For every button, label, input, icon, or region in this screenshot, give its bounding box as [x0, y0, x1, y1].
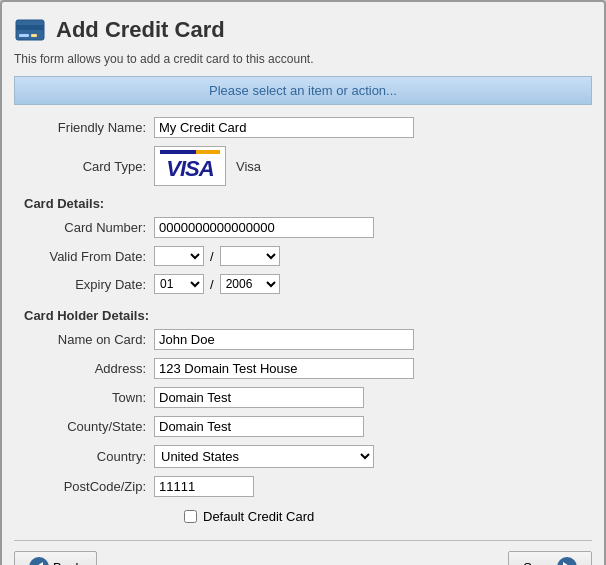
save-button[interactable]: Save — [508, 551, 592, 565]
county-row: County/State: — [24, 416, 582, 437]
valid-from-row: Valid From Date: 010203 040506 070809 10… — [24, 246, 582, 266]
main-window: Add Credit Card This form allows you to … — [0, 0, 606, 565]
county-input[interactable] — [154, 416, 364, 437]
card-type-row: Card Type: VISA Visa — [24, 146, 582, 186]
svg-rect-3 — [31, 34, 37, 37]
card-holder-header: Card Holder Details: — [24, 308, 582, 323]
friendly-name-label: Friendly Name: — [24, 120, 154, 135]
subtitle: This form allows you to add a credit car… — [14, 52, 592, 66]
back-icon — [29, 557, 49, 565]
address-input[interactable] — [154, 358, 414, 379]
status-bar: Please select an item or action... — [14, 76, 592, 105]
expiry-date: 010203 040506 070809 101112 / 2005 2006 … — [154, 274, 280, 294]
valid-from-year-select[interactable]: 20052006 20072008 — [220, 246, 280, 266]
default-cc-row: Default Credit Card — [184, 509, 582, 524]
postcode-label: PostCode/Zip: — [24, 479, 154, 494]
default-cc-checkbox[interactable] — [184, 510, 197, 523]
address-label: Address: — [24, 361, 154, 376]
expiry-month-select[interactable]: 010203 040506 070809 101112 — [154, 274, 204, 294]
back-button[interactable]: Back — [14, 551, 97, 565]
card-number-row: Card Number: — [24, 217, 582, 238]
save-icon — [557, 557, 577, 565]
county-label: County/State: — [24, 419, 154, 434]
friendly-name-input[interactable] — [154, 117, 414, 138]
card-type-label: Card Type: — [24, 159, 154, 174]
country-select[interactable]: United States United Kingdom Canada Aust… — [154, 445, 374, 468]
expiry-label: Expiry Date: — [24, 277, 154, 292]
name-on-card-row: Name on Card: — [24, 329, 582, 350]
country-row: Country: United States United Kingdom Ca… — [24, 445, 582, 468]
valid-from-date: 010203 040506 070809 101112 / 20052006 2… — [154, 246, 280, 266]
card-number-label: Card Number: — [24, 220, 154, 235]
town-input[interactable] — [154, 387, 364, 408]
address-row: Address: — [24, 358, 582, 379]
card-type-text: Visa — [236, 159, 261, 174]
country-label: Country: — [24, 449, 154, 464]
valid-from-label: Valid From Date: — [24, 249, 154, 264]
visa-bar — [160, 150, 220, 154]
valid-from-month-select[interactable]: 010203 040506 070809 101112 — [154, 246, 204, 266]
card-number-input[interactable] — [154, 217, 374, 238]
card-details-header: Card Details: — [24, 196, 582, 211]
credit-card-icon — [14, 14, 46, 46]
visa-text: VISA — [166, 156, 213, 182]
name-on-card-label: Name on Card: — [24, 332, 154, 347]
postcode-row: PostCode/Zip: — [24, 476, 582, 497]
bottom-bar: Back Save — [14, 540, 592, 565]
name-on-card-input[interactable] — [154, 329, 414, 350]
default-cc-label[interactable]: Default Credit Card — [203, 509, 314, 524]
town-row: Town: — [24, 387, 582, 408]
svg-rect-2 — [19, 34, 29, 37]
town-label: Town: — [24, 390, 154, 405]
date-separator-1: / — [210, 249, 214, 264]
back-label: Back — [53, 560, 82, 566]
date-separator-2: / — [210, 277, 214, 292]
expiry-date-row: Expiry Date: 010203 040506 070809 101112… — [24, 274, 582, 294]
save-label: Save — [523, 560, 553, 566]
expiry-year-select[interactable]: 2005 2006 20072008 20092010 — [220, 274, 280, 294]
visa-logo: VISA — [154, 146, 226, 186]
friendly-name-row: Friendly Name: — [24, 117, 582, 138]
postcode-input[interactable] — [154, 476, 254, 497]
svg-rect-1 — [16, 25, 44, 30]
page-title: Add Credit Card — [56, 17, 225, 43]
form: Friendly Name: Card Type: VISA Visa Card… — [14, 117, 592, 524]
